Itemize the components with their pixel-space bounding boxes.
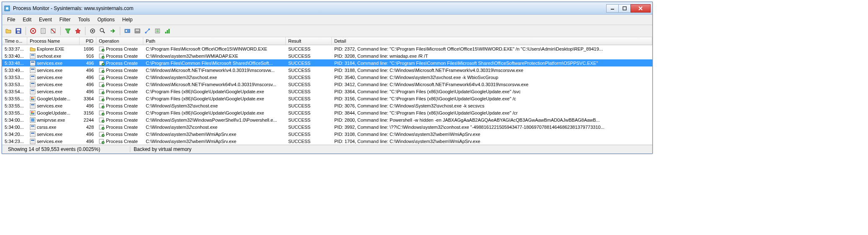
cell-path: C:\Program Files (x86)\Google\Update\Goo… bbox=[143, 110, 286, 115]
process-icon bbox=[30, 124, 36, 130]
minimize-button[interactable] bbox=[606, 4, 619, 13]
cell-path: C:\Program Files (x86)\Google\Update\Goo… bbox=[143, 96, 286, 101]
table-row[interactable]: 5:33:55...services.exe496Process CreateC… bbox=[2, 102, 652, 109]
menu-filter[interactable]: Filter bbox=[56, 15, 74, 24]
cell-pid: 496 bbox=[80, 68, 96, 73]
cell-result: SUCCESS bbox=[286, 96, 332, 101]
filter-icon[interactable] bbox=[63, 26, 72, 36]
svg-rect-71 bbox=[31, 104, 34, 105]
menu-options[interactable]: Options bbox=[94, 15, 118, 24]
event-list[interactable]: Time o... Process Name PID Operation Pat… bbox=[2, 37, 652, 145]
svg-rect-49 bbox=[31, 76, 34, 77]
cell-operation: Process Create bbox=[96, 46, 143, 52]
header-time[interactable]: Time o... bbox=[2, 37, 27, 45]
close-button[interactable] bbox=[630, 4, 651, 13]
jump-icon[interactable] bbox=[108, 26, 117, 36]
svg-point-16 bbox=[100, 28, 103, 32]
table-row[interactable]: 5:33:49...services.exe496Process CreateC… bbox=[2, 66, 652, 74]
cell-result: SUCCESS bbox=[286, 46, 332, 51]
operation-icon bbox=[99, 82, 105, 87]
menu-event[interactable]: Event bbox=[36, 15, 55, 24]
table-row[interactable]: 5:34:23...services.exe496Process CreateC… bbox=[2, 138, 652, 145]
svg-rect-26 bbox=[156, 30, 159, 31]
header-detail[interactable]: Detail bbox=[332, 37, 652, 45]
include-process-icon[interactable] bbox=[88, 26, 97, 36]
svg-point-74 bbox=[102, 106, 104, 108]
table-row[interactable]: 5:33:54...services.exe496Process CreateC… bbox=[2, 88, 652, 95]
cell-time: 5:33:49... bbox=[2, 68, 27, 73]
table-row[interactable]: 5:34:00...wmiprvse.exe2244Process Create… bbox=[2, 116, 652, 123]
cell-process: GoogleUpdate... bbox=[27, 96, 80, 102]
titlebar[interactable]: Process Monitor - Sysinternals: www.sysi… bbox=[2, 2, 652, 15]
header-operation[interactable]: Operation bbox=[96, 37, 143, 45]
cell-result: SUCCESS bbox=[286, 54, 332, 59]
svg-rect-34 bbox=[31, 54, 34, 56]
cell-result: SUCCESS bbox=[286, 103, 332, 108]
show-network-icon[interactable] bbox=[143, 26, 152, 36]
svg-rect-97 bbox=[31, 140, 34, 141]
cell-operation: Process Create bbox=[96, 117, 143, 123]
table-row[interactable]: 5:34:20...services.exe496Process CreateC… bbox=[2, 130, 652, 138]
svg-rect-20 bbox=[135, 29, 140, 33]
process-icon bbox=[30, 60, 36, 66]
toolbar bbox=[2, 25, 652, 37]
header-process[interactable]: Process Name bbox=[27, 37, 80, 45]
save-icon[interactable] bbox=[14, 26, 23, 36]
svg-point-90 bbox=[102, 127, 104, 130]
maximize-button[interactable] bbox=[618, 4, 631, 13]
cell-detail: PID: 3364, Command line: "C:\Program Fil… bbox=[332, 89, 652, 94]
cell-pid: 496 bbox=[80, 103, 96, 108]
cell-detail: PID: 3844, Command line: "C:\Program Fil… bbox=[332, 110, 652, 115]
show-process-icon[interactable] bbox=[153, 26, 162, 36]
table-row[interactable]: 5:33:40...svchost.exe916Process CreateC:… bbox=[2, 52, 652, 59]
cell-process: services.exe bbox=[27, 74, 80, 80]
header-result[interactable]: Result bbox=[286, 37, 332, 45]
cell-operation: Process Create bbox=[96, 124, 143, 130]
operation-icon bbox=[99, 138, 105, 144]
autoscroll-icon[interactable] bbox=[39, 26, 48, 36]
show-filesystem-icon[interactable] bbox=[133, 26, 142, 36]
svg-rect-83 bbox=[31, 118, 34, 122]
cell-process: wmiprvse.exe bbox=[27, 117, 80, 123]
svg-point-78 bbox=[31, 113, 33, 115]
show-profiling-icon[interactable] bbox=[163, 26, 172, 36]
menu-file[interactable]: File bbox=[4, 15, 18, 24]
cell-path: C:\Windows\Microsoft.NET\Framework64\v4.… bbox=[143, 82, 286, 87]
svg-point-69 bbox=[102, 99, 104, 101]
table-row[interactable]: 5:33:55...GoogleUpdate...3364Process Cre… bbox=[2, 95, 652, 102]
cell-time: 5:33:53... bbox=[2, 82, 27, 87]
svg-point-37 bbox=[102, 56, 104, 59]
table-row[interactable]: 5:33:55...GoogleUpdate...3156Process Cre… bbox=[2, 109, 652, 116]
menubar: File Edit Event Filter Tools Options Hel… bbox=[2, 15, 652, 25]
process-icon bbox=[30, 110, 36, 116]
show-registry-icon[interactable] bbox=[123, 26, 132, 36]
table-row[interactable]: 5:33:53...services.exe496Process CreateC… bbox=[2, 81, 652, 88]
svg-point-57 bbox=[102, 84, 104, 87]
menu-edit[interactable]: Edit bbox=[19, 15, 35, 24]
table-row[interactable]: 5:33:37...Explorer.EXE1696Process Create… bbox=[2, 45, 652, 52]
svg-point-100 bbox=[102, 141, 104, 144]
highlight-icon[interactable] bbox=[73, 26, 83, 36]
menu-help[interactable]: Help bbox=[119, 15, 136, 24]
svg-rect-70 bbox=[30, 103, 35, 108]
table-row[interactable]: 5:33:48...services.exe496Process CreateC… bbox=[2, 59, 652, 66]
svg-point-65 bbox=[33, 97, 34, 99]
table-row[interactable]: 5:34:00...csrss.exe428Process CreateC:\W… bbox=[2, 123, 652, 130]
svg-rect-44 bbox=[31, 69, 34, 70]
cell-time: 5:34:23... bbox=[2, 139, 27, 144]
menu-tools[interactable]: Tools bbox=[75, 15, 93, 24]
svg-point-77 bbox=[33, 111, 34, 113]
table-row[interactable]: 5:33:53...services.exe496Process CreateC… bbox=[2, 74, 652, 81]
cell-time: 5:33:48... bbox=[2, 61, 27, 66]
clear-icon[interactable] bbox=[49, 26, 58, 36]
open-icon[interactable] bbox=[4, 26, 13, 36]
app-window: Process Monitor - Sysinternals: www.sysi… bbox=[2, 2, 653, 154]
header-pid[interactable]: PID bbox=[80, 37, 96, 45]
cell-pid: 428 bbox=[80, 125, 96, 130]
app-icon bbox=[4, 5, 10, 12]
capture-icon[interactable] bbox=[28, 26, 38, 36]
find-icon[interactable] bbox=[98, 26, 107, 36]
header-path[interactable]: Path bbox=[143, 37, 286, 45]
svg-rect-50 bbox=[31, 78, 34, 79]
statusbar: Showing 14 of 539,553 events (0.0025%) B… bbox=[2, 145, 652, 153]
